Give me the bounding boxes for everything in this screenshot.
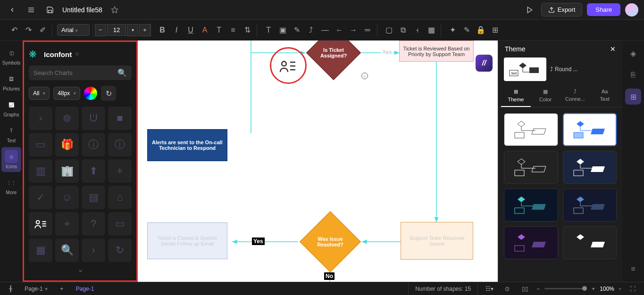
icon-plus[interactable]: +	[108, 159, 132, 183]
anchor-point-icon[interactable]: ▲	[361, 73, 368, 79]
tab-connector[interactable]: ⤴Conne...	[560, 85, 590, 107]
back-button[interactable]	[6, 3, 19, 16]
icon-store[interactable]: ▭	[108, 212, 132, 236]
edit-button[interactable]: ✎	[460, 24, 473, 37]
sidebar-item-icons[interactable]: ◎Icons	[1, 147, 21, 172]
menu-button[interactable]	[25, 3, 38, 16]
star-icon[interactable]	[108, 3, 121, 16]
node-was-issue-resolved[interactable]: Was Issue Resolved?	[298, 220, 362, 264]
line-height-button[interactable]: ⇅	[241, 24, 254, 37]
group-button[interactable]: ⧉	[396, 24, 410, 37]
underline-button[interactable]: U	[184, 24, 197, 37]
theme-thumb-8[interactable]	[563, 226, 617, 259]
icon-ticket[interactable]: ▤	[82, 186, 105, 209]
page-tab-1[interactable]: Page-1 ▾	[19, 284, 53, 294]
align-button[interactable]: ≡	[226, 24, 240, 37]
icon-help[interactable]: ?	[82, 212, 105, 236]
theme-thumb-1[interactable]	[504, 113, 558, 146]
strip-grid-icon[interactable]: ⊞	[625, 89, 641, 105]
filter-all-dropdown[interactable]: All	[29, 87, 50, 100]
canvas[interactable]: Is Ticket Assigned? Yes Ticket is Review…	[138, 41, 498, 282]
strip-fill-icon[interactable]: ◈	[625, 45, 641, 61]
theme-thumb-6[interactable]	[563, 188, 617, 221]
zoom-value[interactable]: 100%	[600, 286, 614, 292]
icon-search[interactable]: 🔍	[55, 238, 79, 262]
icon-info-alt[interactable]: ⓘ	[108, 133, 132, 156]
focus-icon[interactable]: ⊙	[501, 282, 514, 295]
theme-thumb-5[interactable]	[504, 188, 558, 221]
theme-thumb-4[interactable]	[563, 151, 617, 184]
icon-building[interactable]: 🏢	[55, 159, 79, 183]
canvas-user-list-icon[interactable]	[278, 58, 297, 75]
layers-icon[interactable]: ☷▾	[483, 282, 496, 295]
icon-bars[interactable]: ▥	[29, 159, 52, 183]
connector-button[interactable]: ⤴	[304, 24, 318, 37]
icon-person[interactable]: ☺	[55, 186, 79, 209]
theme-thumb-7[interactable]	[504, 226, 558, 259]
zoom-slider[interactable]	[544, 288, 587, 289]
strip-layers-icon[interactable]: ≡	[625, 261, 641, 277]
page-tab-active[interactable]: Page-1	[70, 284, 100, 294]
text-tool[interactable]: T	[262, 24, 275, 37]
arrow-end-button[interactable]: →	[347, 24, 360, 37]
undo-button[interactable]: ↶	[8, 24, 21, 37]
format-painter-icon[interactable]: ✐	[36, 24, 49, 37]
font-size-decrease[interactable]: −	[95, 24, 106, 36]
more-tools-button[interactable]: ⊞	[488, 24, 502, 37]
icon-reload[interactable]: ↻	[108, 238, 132, 262]
tab-text[interactable]: AaText	[590, 85, 619, 107]
distribute-button[interactable]: ▦	[425, 24, 438, 37]
outline-icon[interactable]: ╂	[4, 282, 17, 295]
shape-button[interactable]: ▢	[382, 24, 395, 37]
add-page-button[interactable]: +	[55, 282, 68, 295]
icon-home[interactable]: ⌂	[108, 186, 132, 209]
round-option[interactable]: ⤴ Round ...	[550, 66, 617, 73]
node-ticket-reviewed[interactable]: Ticket is Reviewed Based on Priority by …	[399, 41, 474, 62]
tab-color[interactable]: ▦Color	[531, 85, 560, 107]
icon-user-list[interactable]	[29, 212, 52, 236]
bold-button[interactable]: B	[156, 24, 169, 37]
icon-info[interactable]: ⓘ	[82, 133, 105, 156]
sidebar-item-text[interactable]: TText	[1, 121, 21, 146]
refresh-button[interactable]: ↻	[101, 86, 116, 101]
app-logo-icon[interactable]: //	[476, 55, 493, 72]
zoom-in-button[interactable]: +	[592, 286, 595, 292]
scroll-down-icon[interactable]: ⌄	[29, 265, 132, 274]
icon-video[interactable]: ■	[108, 107, 132, 130]
fill-button[interactable]: ▣	[276, 24, 289, 37]
line-style-button[interactable]: —	[318, 24, 332, 37]
avatar[interactable]	[625, 3, 638, 16]
search-input[interactable]	[33, 69, 117, 76]
font-size-input[interactable]	[107, 24, 126, 36]
color-wheel[interactable]	[84, 87, 97, 100]
font-select[interactable]: Arial	[57, 24, 90, 36]
file-title[interactable]: Untitled file58	[62, 6, 102, 14]
close-icon[interactable]: ✕	[610, 45, 616, 53]
font-size-increase[interactable]: +	[139, 24, 151, 36]
icon-check[interactable]: ✓	[29, 186, 52, 209]
icon-gift[interactable]: 🎁	[55, 133, 79, 156]
effects-button[interactable]: ✦	[446, 24, 459, 37]
book-icon[interactable]: ▯▯	[519, 282, 532, 295]
icon-location[interactable]: ⌖	[55, 212, 79, 236]
node-support-resolves[interactable]: Support Team Resolves Issues	[401, 222, 473, 260]
font-size-dropdown[interactable]: ▾	[127, 24, 138, 36]
icon-map-pin[interactable]: ⊚	[55, 107, 79, 130]
icon-card[interactable]: ▭	[29, 133, 52, 156]
export-button[interactable]: Export	[541, 3, 583, 16]
theme-thumb-2[interactable]	[563, 113, 617, 146]
save-icon[interactable]	[43, 3, 57, 16]
preview-thumb[interactable]: text	[504, 57, 546, 81]
size-dropdown[interactable]: 48px	[53, 87, 80, 100]
zoom-out-button[interactable]: −	[536, 286, 540, 292]
node-is-ticket-assigned[interactable]: Is Ticket Assigned?	[305, 41, 362, 73]
theme-thumb-3[interactable]	[504, 151, 558, 184]
node-alerts[interactable]: Alerts are sent to the On-call Technicia…	[147, 129, 227, 161]
lock-icon[interactable]: 🔒	[474, 24, 487, 37]
search-box[interactable]: 🔍	[29, 66, 132, 80]
redo-button[interactable]: ↷	[22, 24, 35, 37]
line-weight-button[interactable]: ═	[361, 24, 374, 37]
icon-next[interactable]: ›	[82, 238, 105, 262]
font-color-button[interactable]: A	[198, 24, 211, 37]
fullscreen-icon[interactable]: ⛶	[626, 282, 639, 295]
